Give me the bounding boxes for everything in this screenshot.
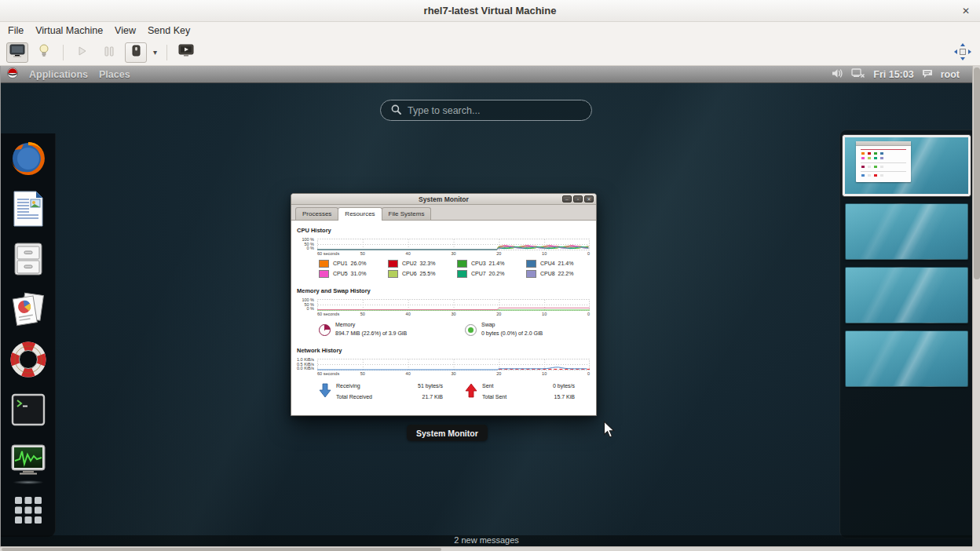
dock-item-libreoffice-writer[interactable] (9, 190, 47, 228)
applications-menu[interactable]: Applications (29, 69, 88, 80)
console-monitor-icon (9, 44, 25, 60)
shutdown-icon (132, 45, 141, 60)
dash-dock (1, 133, 56, 537)
minimize-icon[interactable]: – (562, 195, 572, 203)
play-icon (77, 46, 88, 60)
menu-view[interactable]: View (114, 24, 137, 38)
fullscreen-monitor-icon (178, 44, 194, 60)
horizontal-scrollbar-thumb[interactable] (2, 548, 441, 551)
swap-pie-icon (465, 324, 477, 336)
dock-item-documents[interactable] (9, 290, 47, 328)
virt-manager-window: rhel7-latest Virtual Machine ✕ File Virt… (0, 0, 980, 551)
cpu2-swatch (388, 260, 398, 268)
vm-window-title: rhel7-latest Virtual Machine (424, 5, 557, 16)
chat-bubble-icon[interactable] (922, 68, 933, 82)
clock[interactable]: Fri 15:03 (873, 69, 913, 80)
workspace-thumbnail-2[interactable] (845, 203, 968, 260)
cpu-legend: CPU1 26.0% CPU2 32.3% CPU3 21.4% CPU4 21… (319, 259, 590, 278)
message-tray-text: 2 new messages (454, 535, 519, 545)
horizontal-scrollbar[interactable] (0, 546, 972, 551)
dock-item-file-manager[interactable] (9, 240, 47, 278)
tab-processes[interactable]: Processes (295, 207, 338, 220)
cpu6-swatch (388, 270, 398, 278)
total-sent-label: Total Sent (482, 394, 531, 402)
vm-toolbar: ▾ (0, 39, 980, 66)
close-icon[interactable]: ✕ (584, 195, 594, 203)
memory-history-graph: 100 %50 %0 % 60 seconds50403020100 (297, 299, 590, 318)
vm-titlebar[interactable]: rhel7-latest Virtual Machine ✕ (0, 0, 980, 22)
receiving-value: 51 bytes/s (391, 383, 443, 391)
total-sent-value: 15.7 KiB (531, 394, 575, 402)
cpu8-swatch (526, 270, 536, 278)
vm-menubar: File Virtual Machine View Send Key (0, 22, 980, 39)
resources-pane: CPU History 100 %50 %0 % 60 seconds50403… (291, 221, 596, 401)
volume-icon[interactable] (832, 68, 843, 82)
cpu5-swatch (319, 270, 329, 278)
workspace-thumbnail-3[interactable] (845, 267, 968, 323)
run-button[interactable] (71, 42, 93, 63)
toolbar-separator (63, 45, 64, 60)
user-menu[interactable]: root (941, 69, 960, 80)
maximize-icon[interactable]: ▫ (573, 195, 583, 203)
total-received-label: Total Received (336, 394, 391, 402)
sent-label: Sent (482, 383, 531, 391)
chevron-down-icon[interactable]: ▾ (152, 48, 159, 57)
details-button[interactable] (33, 42, 55, 63)
terminal-icon (11, 393, 46, 426)
system-monitor-icon (10, 443, 46, 476)
cpu-history-graph: 100 %50 %0 % 60 seconds50403020100 (297, 239, 590, 257)
dock-item-system-monitor[interactable] (9, 441, 47, 479)
memory-pie-icon (319, 324, 331, 336)
dock-item-terminal[interactable] (9, 391, 47, 429)
dock-item-show-applications[interactable] (9, 491, 47, 529)
dock-item-help[interactable] (9, 341, 47, 378)
dock-item-firefox[interactable] (9, 140, 47, 177)
workspace-thumbnail-4[interactable] (845, 330, 968, 387)
memory-swap-legend: Memory 894.7 MiB (22.6%) of 3.9 GiB Swap… (319, 322, 590, 336)
app-grid-icon (13, 495, 43, 525)
cpu7-swatch (457, 270, 467, 278)
sent-value: 0 bytes/s (531, 383, 575, 391)
shutdown-button[interactable] (125, 42, 147, 63)
toolbar-separator (166, 45, 167, 60)
workspace-thumbnail-1[interactable] (843, 135, 971, 196)
message-tray[interactable]: 2 new messages (1, 535, 972, 546)
search-placeholder: Type to search... (408, 105, 480, 116)
running-indicator (13, 480, 44, 484)
pause-button[interactable] (98, 42, 120, 63)
tab-resources[interactable]: Resources (338, 207, 382, 221)
vm-display: Applications Places Fri 15:03 root (1, 66, 972, 546)
firefox-icon (10, 140, 46, 177)
sent-arrow-icon (465, 383, 477, 401)
system-monitor-window[interactable]: System Monitor – ▫ ✕ Processes Resources… (291, 193, 597, 416)
memory-value: 894.7 MiB (22.6%) of 3.9 GiB (335, 330, 407, 336)
mouse-cursor (603, 421, 616, 442)
writer-icon (12, 190, 45, 228)
menu-virtual-machine[interactable]: Virtual Machine (35, 24, 104, 38)
console-view-button[interactable] (6, 42, 28, 63)
vertical-scrollbar-thumb[interactable] (974, 68, 980, 279)
pause-icon (104, 46, 114, 60)
network-history-graph: 1.0 KiB/s0.5 KiB/s0.0 KiB/s 60 seconds50… (297, 359, 590, 378)
gnome-top-bar: Applications Places Fri 15:03 root (1, 66, 972, 83)
fullscreen-button[interactable] (175, 42, 197, 63)
places-menu[interactable]: Places (99, 69, 130, 80)
network-status-icon[interactable] (851, 68, 865, 82)
sm-titlebar[interactable]: System Monitor – ▫ ✕ (291, 194, 596, 205)
close-icon[interactable]: ✕ (959, 4, 973, 18)
cpu4-swatch (526, 260, 536, 268)
move-arrows-icon (953, 42, 972, 61)
vertical-scrollbar[interactable] (972, 66, 980, 546)
search-input[interactable]: Type to search... (380, 100, 592, 121)
tab-file-systems[interactable]: File Systems (382, 207, 432, 220)
mini-window-preview (856, 141, 911, 182)
scrollbar-corner (972, 546, 980, 551)
menu-send-key[interactable]: Send Key (147, 24, 191, 38)
total-received-value: 21.7 KiB (391, 394, 443, 402)
resize-handle-button[interactable] (953, 42, 972, 64)
menu-file[interactable]: File (7, 24, 24, 38)
receiving-arrow-icon (319, 383, 331, 401)
network-legend: Receiving 51 bytes/s Total Received 21.7… (319, 383, 590, 401)
workspace-switcher (839, 130, 972, 538)
life-ring-icon (10, 341, 46, 378)
